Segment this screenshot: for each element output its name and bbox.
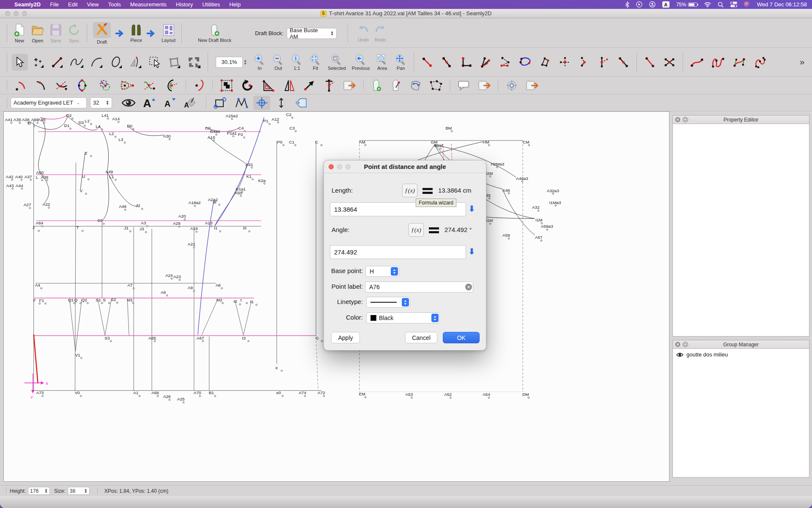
add-piece-tool[interactable] <box>368 78 385 93</box>
curve-tool[interactable] <box>688 54 706 71</box>
midpoint-tool[interactable] <box>615 54 632 71</box>
zoom-input[interactable]: 30.1% <box>216 57 243 68</box>
menu-tools[interactable]: Tools <box>108 1 121 8</box>
toolbar-overflow-chevron[interactable]: » <box>800 57 804 67</box>
new-button[interactable]: New <box>13 23 26 43</box>
arrow-pointer-tool[interactable] <box>12 54 28 71</box>
menu-history[interactable]: History <box>176 1 193 8</box>
angle-formula-wizard-button[interactable]: ƒ(x) <box>409 223 424 237</box>
increase-label-font-button[interactable]: A <box>140 96 158 110</box>
line-between-points-tool[interactable] <box>642 54 658 71</box>
point-from-arc-angle-tool[interactable] <box>576 54 593 71</box>
label-size-stepper[interactable]: 32 ▲▼ <box>90 97 112 108</box>
point-intersect-arc-line-tool[interactable] <box>497 54 513 71</box>
zoom-out-button[interactable]: Out <box>272 54 285 71</box>
group-list-item[interactable]: goutte dos milieu <box>673 349 809 360</box>
shoulder-point-tool[interactable] <box>516 54 535 71</box>
point-intersect-xy-tool[interactable] <box>557 54 573 71</box>
traffic-lights[interactable] <box>5 11 27 16</box>
point-bisector-tool[interactable] <box>477 54 494 71</box>
arc-with-length-tool[interactable] <box>32 78 50 93</box>
zoom-previous-button[interactable]: Previous <box>352 54 370 71</box>
notes-tool[interactable] <box>455 78 473 93</box>
export-layout-tool[interactable] <box>475 78 493 93</box>
draft-mode-button[interactable]: Draft <box>93 22 111 44</box>
cancel-button[interactable]: Cancel <box>405 332 437 343</box>
size-stepper[interactable]: 38 ▲▼ <box>68 487 90 495</box>
point-intersect-circles-tool[interactable] <box>74 78 93 93</box>
open-button[interactable]: Open <box>31 23 44 43</box>
group-visibility-eye-icon[interactable] <box>676 352 683 357</box>
decrease-label-font-button[interactable]: A <box>161 96 178 110</box>
new-draft-block-button[interactable]: New Draft Block <box>198 24 231 43</box>
move-tool[interactable] <box>300 78 318 93</box>
rectangle-nodes-tool[interactable] <box>166 54 183 71</box>
export-draft-blocks-tool[interactable] <box>340 78 359 93</box>
point-of-triangle-tool[interactable] <box>537 54 554 71</box>
point-intersect-curve-axis-tool[interactable] <box>140 78 159 93</box>
menu-bar-clock[interactable]: Wed 7 Dec 06:12:58 <box>757 1 807 8</box>
piece-mode-button[interactable]: Piece <box>130 24 142 43</box>
menu-edit[interactable]: Edit <box>68 1 77 8</box>
zoom-1to1-button[interactable]: 1 1:1 <box>291 54 303 71</box>
arc-tool[interactable] <box>88 54 105 71</box>
panel-float-icon[interactable] <box>683 342 688 347</box>
point-from-circle-axis-tool[interactable] <box>118 78 137 93</box>
color-select[interactable]: Black <box>366 312 440 323</box>
menu-file[interactable]: File <box>50 1 59 8</box>
menu-help[interactable]: Help <box>229 1 241 8</box>
dialog-traffic-lights[interactable] <box>329 164 351 169</box>
spline-path-tool[interactable] <box>709 54 727 71</box>
label-font-select[interactable]: Academy Engraved LET ⌄ <box>11 97 87 108</box>
flip-by-axis-tool[interactable] <box>281 78 298 93</box>
sync-button[interactable]: Sync <box>67 23 81 43</box>
menu-utilities[interactable]: Utilities <box>202 1 220 8</box>
menu-view[interactable]: View <box>87 1 99 8</box>
playback-icon[interactable] <box>636 0 642 9</box>
zoom-stepper[interactable]: ▲▼ <box>244 59 247 65</box>
internal-path-tool[interactable] <box>407 78 424 93</box>
flip-by-line-tool[interactable] <box>260 78 278 93</box>
line-intersect-tool[interactable] <box>661 54 678 71</box>
clear-field-icon[interactable]: ✕ <box>465 284 472 290</box>
cubic-bezier-path-tool[interactable] <box>751 54 770 71</box>
window-title-bar[interactable]: S T-shirt Avarice 31 Aug 2022.val [AM Ta… <box>0 9 812 18</box>
arc-intersect-axis-tool[interactable] <box>162 78 181 93</box>
rectangle-node-tool[interactable] <box>211 96 230 110</box>
point-intersect-axis-tool[interactable] <box>595 54 612 71</box>
length-expand-arrow-button[interactable]: ⬇ <box>468 204 475 214</box>
point-intersect-circle-tangent-tool[interactable] <box>96 78 115 93</box>
arc-radius-angle-tool[interactable] <box>12 78 30 93</box>
union-pieces-tool[interactable] <box>427 78 445 93</box>
export-image-tool[interactable] <box>523 78 541 93</box>
curve-with-control-points-tool[interactable] <box>730 54 749 71</box>
true-darts-tool[interactable] <box>321 78 337 93</box>
spline-tool[interactable] <box>68 54 85 71</box>
base-point-select[interactable]: H <box>365 266 399 277</box>
layout-mode-button[interactable]: Layout <box>162 24 176 43</box>
point-intersect-arcs-tool[interactable] <box>52 78 71 93</box>
battery-indicator[interactable]: 75% <box>676 0 697 9</box>
draft-block-select[interactable]: Base Buste AM ▲▼ <box>287 28 337 39</box>
menu-measurements[interactable]: Measurements <box>130 1 167 8</box>
user-switch-icon[interactable] <box>649 0 656 9</box>
ellipse-tool[interactable] <box>107 54 124 71</box>
input-source-icon[interactable]: A <box>662 0 669 9</box>
panel-close-icon[interactable] <box>675 117 680 122</box>
panel-float-icon[interactable] <box>683 117 688 122</box>
point-at-distance-angle-tool[interactable] <box>419 54 436 71</box>
apply-button[interactable]: Apply <box>331 332 360 343</box>
point-along-line-tool[interactable] <box>438 54 455 71</box>
angle-formula-input[interactable]: 274.492 <box>330 245 466 259</box>
undo-button[interactable]: Undo <box>357 24 369 42</box>
point-perpendicular-tool[interactable] <box>458 54 475 71</box>
zoom-pan-button[interactable]: Pan <box>395 54 407 71</box>
point-label-input[interactable]: A76 ✕ <box>365 282 473 293</box>
zoom-in-button[interactable]: In <box>253 54 266 71</box>
control-center-icon[interactable] <box>730 0 737 9</box>
linetype-select[interactable] <box>366 297 410 308</box>
anchor-point-tool[interactable] <box>388 78 405 93</box>
app-menu[interactable]: Seamly2D <box>14 1 41 8</box>
ok-button[interactable]: OK <box>443 332 480 343</box>
tag-tool[interactable] <box>292 96 310 110</box>
